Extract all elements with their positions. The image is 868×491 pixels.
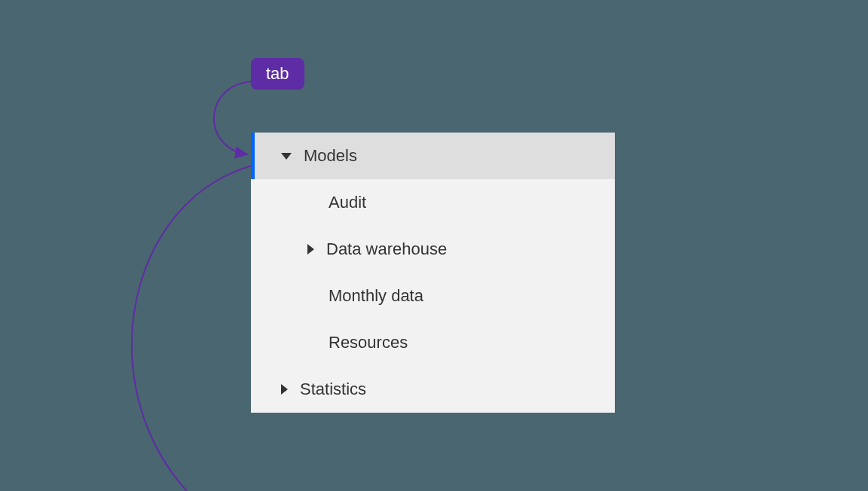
annotation-badge-label: tab: [266, 64, 289, 83]
caret-down-icon: [281, 153, 292, 160]
tree-item-statistics[interactable]: Statistics: [251, 366, 615, 413]
tree-item-data-warehouse[interactable]: Data warehouse: [251, 226, 615, 273]
tree-item-label: Models: [304, 146, 357, 166]
caret-right-icon: [307, 244, 314, 255]
tree-item-label: Statistics: [300, 380, 366, 399]
tree-item-label: Resources: [329, 333, 408, 352]
tree-item-label: Data warehouse: [326, 239, 447, 259]
tree-item-models[interactable]: Models: [251, 133, 615, 179]
tree-item-monthly-data[interactable]: Monthly data: [251, 273, 615, 319]
caret-right-icon: [281, 384, 288, 395]
tree-item-label: Monthly data: [329, 286, 423, 306]
tree-item-label: Audit: [329, 193, 366, 212]
tree-item-audit[interactable]: Audit: [251, 179, 615, 226]
annotation-badge-tab: tab: [251, 58, 304, 90]
tree-view-panel: Models Audit Data warehouse Monthly data…: [251, 133, 615, 413]
tree-item-resources[interactable]: Resources: [251, 319, 615, 366]
